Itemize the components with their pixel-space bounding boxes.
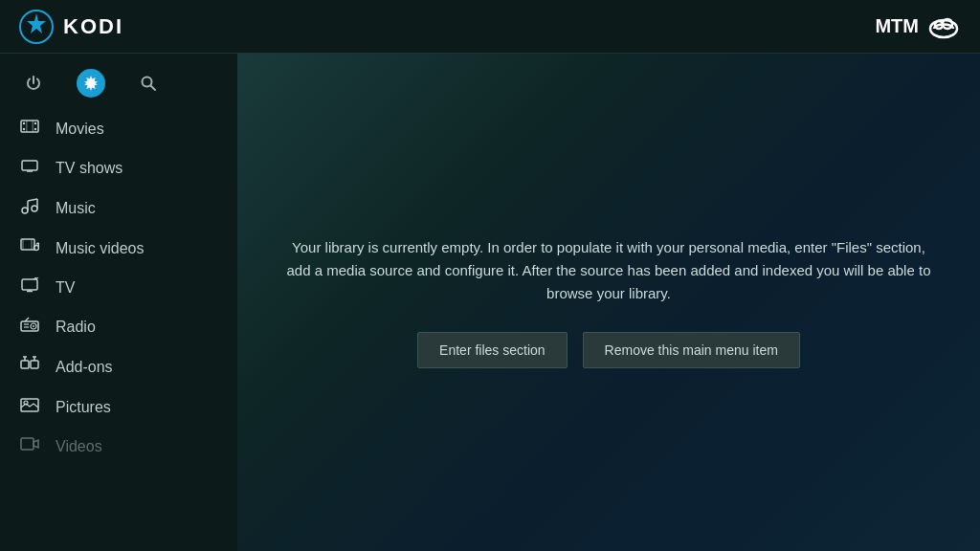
sidebar-item-tv-shows[interactable]: TV shows [0,148,237,187]
svg-rect-41 [31,361,38,368]
header: KODI MTM [0,0,980,54]
svg-point-36 [33,325,34,327]
svg-rect-13 [26,121,28,132]
movies-icon [19,119,40,139]
svg-point-11 [23,128,25,130]
power-button[interactable] [19,69,48,98]
svg-line-7 [151,86,156,91]
settings-button[interactable] [77,69,105,98]
sidebar-item-pictures-label: Pictures [56,399,111,416]
sidebar-item-tv-shows-label: TV shows [56,160,122,177]
content-area: Your library is currently empty. In orde… [237,54,980,551]
svg-point-9 [23,122,25,124]
add-ons-icon [19,356,40,378]
svg-rect-8 [21,121,38,132]
sidebar-item-videos[interactable]: Videos [0,427,237,466]
sidebar-item-radio-label: Radio [56,319,96,336]
svg-marker-49 [33,440,38,448]
pictures-icon [19,397,40,417]
sidebar-item-add-ons-label: Add-ons [56,359,113,376]
message-box: Your library is currently empty. In orde… [264,217,953,387]
sidebar-item-music-label: Music [56,200,96,217]
svg-line-28 [36,243,39,244]
music-videos-icon [19,238,40,258]
svg-rect-40 [21,361,29,368]
radio-icon [19,317,40,337]
svg-point-10 [34,122,36,124]
tv-icon [19,277,40,298]
header-right: MTM [875,13,961,40]
sidebar-top-icons [0,61,237,109]
sidebar-item-music-videos-label: Music videos [56,240,144,257]
enter-files-button[interactable]: Enter files section [417,332,568,368]
sidebar-item-pictures[interactable]: Pictures [0,387,237,427]
cloud-icon [926,13,961,40]
sidebar-item-movies-label: Movies [56,121,104,138]
sidebar-item-videos-label: Videos [56,438,102,455]
remove-menu-item-button[interactable]: Remove this main menu item [583,332,800,368]
svg-rect-34 [21,321,38,331]
sidebar-item-tv-label: TV [56,279,75,297]
search-button[interactable] [134,69,163,98]
videos-icon [19,436,40,456]
svg-point-18 [22,208,28,213]
tv-shows-icon [19,158,40,178]
main-layout: Movies TV shows [0,54,980,551]
sidebar-item-tv[interactable]: TV [0,268,237,307]
svg-rect-48 [21,438,33,450]
sidebar-item-movies[interactable]: Movies [0,109,237,148]
header-left: KODI [19,10,123,44]
svg-rect-14 [33,121,34,132]
svg-rect-15 [22,161,37,170]
svg-rect-29 [22,279,37,290]
sidebar-item-add-ons[interactable]: Add-ons [0,346,237,387]
svg-point-19 [32,206,37,211]
app-title: KODI [63,14,123,39]
action-buttons: Enter files section Remove this main men… [283,332,934,368]
sidebar-item-music[interactable]: Music [0,187,237,229]
sidebar-item-music-videos[interactable]: Music videos [0,229,237,268]
svg-marker-1 [27,13,46,33]
kodi-logo-icon [19,10,54,44]
svg-point-12 [34,128,36,130]
empty-library-message: Your library is currently empty. In orde… [283,236,934,305]
svg-line-22 [28,199,37,201]
sidebar: Movies TV shows [0,54,237,551]
brand-label: MTM [875,15,919,37]
music-icon [19,197,40,219]
sidebar-item-radio[interactable]: Radio [0,307,237,346]
